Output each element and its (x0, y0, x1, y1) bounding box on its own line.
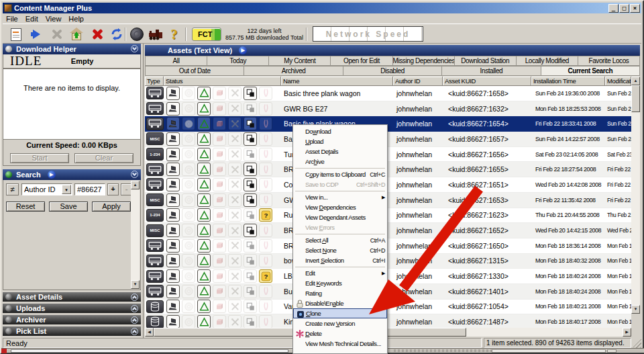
clear-button[interactable]: Clear (74, 153, 133, 163)
menu-item-select-none[interactable]: Select NoneCtrl+D (293, 245, 387, 255)
menu-item-download[interactable]: Download (293, 126, 387, 136)
asset-row[interactable]: bowjohnwhelan<kuid:86627:1315>Mon Feb 18… (145, 254, 631, 269)
menu-item-view-errors[interactable]: View Errors (293, 222, 387, 232)
reset-button[interactable]: Reset (6, 202, 45, 212)
chevron-down-icon[interactable] (131, 171, 138, 178)
menu-item-delete[interactable]: Delete (293, 328, 387, 339)
asset-row[interactable]: Buljohnwhelan<kuid:86627:1401>Mon Feb 18… (145, 284, 631, 300)
menu-item-edit[interactable]: Edit▶ (293, 268, 387, 278)
panel-header-pick-list[interactable]: Pick List (3, 326, 141, 336)
download-helper-header[interactable]: Download Helper (3, 44, 141, 54)
menu-file[interactable]: File (3, 14, 22, 24)
panel-header-archiver[interactable]: Archiver (3, 315, 141, 324)
menu-item-invert-selection[interactable]: Invert SelectionCtrl+I (293, 255, 387, 265)
panel-header-asset-details[interactable]: Asset Details (3, 292, 141, 302)
chevron-up-icon[interactable] (131, 305, 138, 312)
assets-play-button[interactable]: ▶ (239, 46, 247, 54)
menu-item-archive[interactable]: Archive (293, 157, 387, 167)
import-button[interactable] (27, 26, 45, 42)
column-header-author-id[interactable]: Author ID (393, 77, 443, 86)
menu-item-disable-enable[interactable]: Disable\Enable (293, 298, 387, 308)
column-header-name[interactable]: Name (281, 77, 393, 86)
asset-row[interactable]: Basic three plank wagonjohnwhelan<kuid:8… (145, 86, 631, 101)
install-button[interactable] (67, 26, 85, 42)
tab-all[interactable]: All (145, 56, 207, 66)
asset-row[interactable]: Kingjohnwhelan<kuid:86627:1487>Mon Feb 1… (145, 314, 631, 328)
web-button[interactable] (127, 26, 146, 42)
start-button[interactable]: Start (10, 153, 69, 163)
asset-row[interactable]: BR johnwhelan<kuid:86627:1655>Fri Feb 22… (145, 162, 631, 177)
scroll-down-arrow[interactable]: ▼ (631, 305, 640, 314)
scrollbar-thumb[interactable] (631, 85, 640, 112)
menu-item-rating[interactable]: Rating▶ (293, 288, 387, 298)
menu-item-save-to-cdp[interactable]: Save to CDPCtrl+Shift+D (293, 179, 387, 189)
scroll-up-arrow[interactable]: ▲ (131, 181, 140, 189)
chevron-up-icon[interactable] (131, 316, 138, 324)
menu-item-copy-items-to-clipboard[interactable]: Copy items to ClipboardCtrl+C (293, 169, 387, 179)
asset-row[interactable]: BR johnwhelan<kuid:86627:1650>Mon Feb 18… (145, 238, 631, 254)
asset-row[interactable]: Basic five plank wagonjohnwhelan<kuid:86… (145, 116, 631, 132)
asset-row[interactable]: GWR BG E27johnwhelan<kuid:86627:1632>Mon… (145, 101, 631, 117)
menu-item-upload[interactable]: Upload (293, 136, 387, 146)
tools-button[interactable] (47, 26, 65, 42)
tab-missing-dependencies[interactable]: Missing Dependencies (393, 56, 455, 66)
help-button[interactable]: ? (165, 26, 183, 42)
asset-row[interactable]: ?LBSjohnwhelan<kuid:86627:1330>Mon Feb 1… (145, 269, 631, 284)
column-header-status[interactable]: Status (164, 77, 281, 86)
asset-row[interactable]: MISCBR johnwhelan<kuid:86627:1652>Wed Fe… (145, 223, 631, 238)
column-header-modification-t[interactable]: Modification T (605, 77, 631, 86)
search-header[interactable]: Search ▶ (3, 169, 141, 180)
menu-item-create-new-version[interactable]: Create new Version (293, 318, 387, 328)
delete-button[interactable] (87, 26, 105, 42)
search-value-input[interactable]: #86627 (74, 183, 105, 195)
asset-row[interactable]: 1-234Turjohnwhelan<kuid:86627:1656>Sat F… (145, 147, 631, 163)
scroll-up-arrow[interactable]: ▲ (631, 77, 640, 85)
asset-row[interactable]: Coajohnwhelan<kuid:86627:1651>Wed Feb 20… (145, 177, 631, 193)
tab-favorite-locos[interactable]: Favorite Locos (578, 56, 640, 66)
search-play-button[interactable]: ▶ (48, 171, 56, 179)
tab-disabled[interactable]: Disabled (343, 66, 442, 76)
tab-installed[interactable]: Installed (442, 66, 541, 76)
chevron-down-icon[interactable] (131, 45, 138, 52)
menu-item-view-in[interactable]: View in...▶ (293, 192, 387, 202)
menu-item-view-mesh-technical-details[interactable]: View Mesh Technical Details... (293, 339, 387, 349)
asset-row[interactable]: MISCGWjohnwhelan<kuid:86627:1653>Fri Feb… (145, 193, 631, 208)
refresh-button[interactable] (107, 26, 125, 42)
tab-download-station[interactable]: Download Station (455, 56, 517, 66)
search-field-dropdown[interactable]: Author ID▼ (21, 183, 72, 195)
scroll-down-arrow[interactable]: ▼ (131, 280, 140, 289)
tab-today[interactable]: Today (207, 56, 269, 66)
menu-help[interactable]: Help (65, 14, 88, 24)
resize-grip[interactable] (633, 338, 641, 348)
tab-archived[interactable]: Archived (244, 66, 343, 76)
trainz-button[interactable] (146, 26, 164, 42)
chevron-up-icon[interactable] (131, 294, 138, 301)
chevron-up-icon[interactable] (131, 328, 138, 335)
search-scrollbar[interactable]: ▲ ▼ (131, 181, 140, 289)
column-header-installation-time[interactable]: Installation Time (531, 77, 605, 86)
tab-current-search[interactable]: Current Search (541, 66, 640, 76)
minimize-button[interactable]: _ (608, 4, 619, 13)
menu-item-view-dependencies[interactable]: View Dependencies (293, 202, 387, 212)
tab-my-content[interactable]: My Content (269, 56, 331, 66)
horizontal-scrollbar[interactable]: ◀ ▶ (145, 328, 631, 337)
asset-row[interactable]: 1-234?Runjohnwhelan<kuid:86627:1623>Thu … (145, 208, 631, 224)
vertical-scrollbar[interactable]: ▲ ▼ (631, 77, 640, 314)
asset-row[interactable]: MISCBasjohnwhelan<kuid:86627:1657>Sun Fe… (145, 132, 631, 147)
close-button[interactable]: × (630, 4, 640, 13)
panel-header-uploads[interactable]: Uploads (3, 304, 141, 313)
scroll-left-arrow[interactable]: ◀ (145, 328, 154, 337)
menu-view[interactable]: View (42, 14, 66, 24)
column-header-asset-kuid[interactable]: Asset KUID (443, 77, 531, 86)
tab-out-of-date[interactable]: Out of Date (145, 66, 244, 76)
new-item-button[interactable] (7, 26, 25, 42)
filter-button[interactable]: ≠ (6, 183, 19, 195)
dropdown-arrow-icon[interactable]: ▼ (62, 185, 71, 194)
menu-item-select-all[interactable]: Select AllCtrl+A (293, 235, 387, 245)
maximize-button[interactable]: □ (619, 4, 629, 13)
tab-locally-modified[interactable]: Locally Modified (517, 56, 578, 66)
menu-item-clone[interactable]: Clone (293, 308, 387, 318)
menu-item-edit-keywords[interactable]: Edit Keywords (293, 278, 387, 288)
scroll-right-arrow[interactable]: ▶ (623, 328, 631, 337)
add-criteria-button[interactable]: + (107, 183, 119, 195)
